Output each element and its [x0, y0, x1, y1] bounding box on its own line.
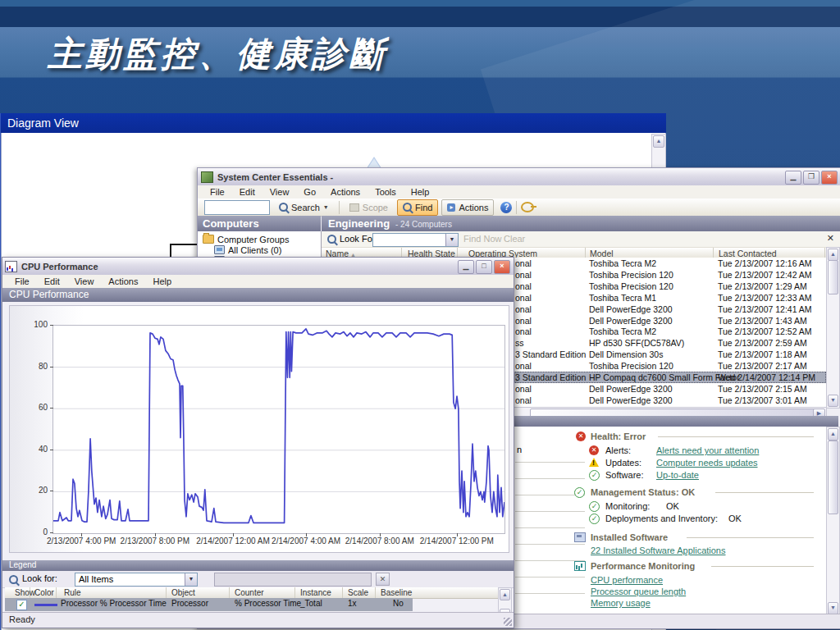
diagram-titlebar[interactable]: Diagram View: [1, 113, 666, 133]
scroll-up-icon[interactable]: ▲: [653, 135, 664, 148]
diagram-window-title: Diagram View: [7, 116, 79, 130]
y-axis-tick-label: 40: [15, 445, 48, 454]
warning-icon: [589, 458, 599, 467]
find-button[interactable]: Find: [397, 199, 438, 216]
restore-icon[interactable]: ❐: [803, 171, 819, 185]
x-axis-tick-label: 2/14/2007 12:00 PM: [404, 536, 510, 546]
sce-menubar: FileEditViewGoActionsToolsHelp: [198, 185, 840, 199]
scroll-down-icon[interactable]: ▼: [828, 395, 838, 407]
processor-queue-link[interactable]: Processor queue length: [591, 587, 686, 596]
menu-item-file[interactable]: File: [7, 275, 37, 288]
close-icon[interactable]: ×: [821, 171, 838, 185]
menu-item-view[interactable]: View: [67, 275, 102, 288]
menu-item-help[interactable]: Help: [404, 185, 437, 199]
slide-canvas: 主動監控、健康診斷 Diagram View ▲ System Center E…: [0, 0, 840, 630]
resize-grip[interactable]: [504, 618, 512, 626]
legend-look-for-label: Look for:: [22, 573, 57, 583]
menu-item-actions[interactable]: Actions: [101, 275, 145, 288]
toolbar-search-input[interactable]: [204, 200, 270, 215]
close-icon[interactable]: ×: [494, 260, 510, 274]
y-axis-tick: [50, 325, 53, 326]
minimize-icon[interactable]: ▁: [458, 260, 474, 274]
legend-column-baseline[interactable]: Baseline: [381, 588, 412, 597]
diagram-node-triangle[interactable]: [367, 157, 381, 168]
chevron-down-icon[interactable]: ▼: [445, 234, 458, 246]
legend-search-input[interactable]: [214, 573, 372, 587]
scroll-up-icon[interactable]: ▲: [828, 428, 838, 441]
menu-item-edit[interactable]: Edit: [232, 185, 262, 199]
legend-column-rule[interactable]: Rule: [64, 588, 81, 597]
legend-rule-row[interactable]: ✓ Processor % Processor Time Total Proce…: [5, 598, 413, 611]
scope-icon: [349, 203, 359, 212]
legend-column-show[interactable]: Show: [15, 588, 35, 597]
chart-icon: [5, 261, 17, 272]
legend-filter-combobox[interactable]: All Items ▼: [75, 573, 198, 587]
legend-table-header[interactable]: ShowColorRuleObjectCounterInstanceScaleB…: [5, 587, 499, 599]
look-for-bar: Look For: ▼ Find Now Clear ✕: [322, 231, 840, 248]
cpu-statusbar: Ready: [2, 612, 514, 628]
details-vscrollbar[interactable]: ▲ ▼: [826, 427, 840, 616]
sce-titlebar[interactable]: System Center Essentials - ▁ ❐ ×: [198, 168, 840, 186]
find-now-button[interactable]: Find Now: [463, 234, 501, 244]
tree-item-label: All Clients (0): [228, 245, 281, 255]
legend-column-instance[interactable]: Instance: [300, 588, 331, 597]
updates-link[interactable]: Computer needs updates: [656, 458, 758, 468]
legend-column-counter[interactable]: Counter: [235, 588, 264, 597]
maximize-icon[interactable]: □: [476, 260, 492, 274]
tree-item-1[interactable]: Computer Groups: [203, 234, 289, 244]
y-axis-tick-label: 80: [15, 362, 48, 371]
menu-item-view[interactable]: View: [262, 185, 297, 199]
search-button[interactable]: Search ▼: [273, 199, 335, 216]
ok-icon: ✓: [589, 501, 600, 512]
results-vscrollbar[interactable]: ▲ ▼: [826, 247, 840, 409]
computers-pane-header: Computers: [198, 216, 321, 231]
scope-button[interactable]: Scope: [344, 199, 394, 216]
scroll-down-icon[interactable]: ▼: [828, 602, 838, 614]
clear-button[interactable]: Clear: [504, 234, 525, 244]
legend-column-scale[interactable]: Scale: [348, 588, 368, 597]
scroll-thumb[interactable]: [828, 441, 838, 514]
group-title: Engineering: [328, 217, 390, 230]
legend-header: Legend: [2, 560, 514, 571]
alerts-link[interactable]: Alerts need your attention: [656, 445, 759, 455]
memory-usage-link[interactable]: Memory usage: [591, 598, 651, 608]
y-axis-tick: [50, 408, 53, 409]
menu-item-edit[interactable]: Edit: [37, 275, 67, 288]
menu-item-file[interactable]: File: [203, 185, 232, 199]
key-icon[interactable]: [521, 202, 534, 212]
close-search-icon[interactable]: ✕: [827, 233, 834, 244]
installed-software-title: Installed Software: [591, 532, 668, 542]
y-axis-tick-label: 100: [15, 320, 48, 329]
scroll-thumb[interactable]: [828, 260, 838, 294]
cpu-performance-link[interactable]: CPU performance: [591, 575, 663, 585]
legend-column-object[interactable]: Object: [171, 588, 195, 597]
clear-filter-icon[interactable]: ✕: [376, 573, 390, 586]
y-axis-tick: [50, 491, 53, 491]
actions-button[interactable]: ▸ Actions: [441, 199, 494, 216]
scroll-up-icon[interactable]: ▲: [828, 249, 838, 261]
results-pane-header: Engineering - 24 Computers: [322, 216, 840, 231]
group-subtitle: - 24 Computers: [395, 220, 452, 229]
x-axis-tick: [380, 533, 381, 536]
help-icon[interactable]: ?: [500, 202, 512, 213]
legend-filter-bar: Look for: All Items ▼ ✕: [2, 571, 514, 588]
sce-window-title: System Center Essentials -: [217, 172, 333, 182]
installed-software-icon: [574, 532, 586, 542]
x-axis-tick: [81, 533, 82, 536]
app-icon: [201, 171, 213, 183]
menu-item-help[interactable]: Help: [145, 275, 179, 288]
scroll-up-icon[interactable]: ▲: [500, 589, 510, 600]
software-link[interactable]: Up-to-date: [656, 470, 699, 480]
tree-item-2[interactable]: All Clients (0): [214, 244, 281, 255]
menu-item-actions[interactable]: Actions: [323, 185, 368, 199]
chevron-down-icon[interactable]: ▼: [185, 573, 197, 586]
legend-column-color[interactable]: Color: [34, 588, 54, 597]
menu-item-go[interactable]: Go: [296, 185, 323, 199]
menu-item-tools[interactable]: Tools: [368, 185, 404, 199]
minimize-icon[interactable]: ▁: [785, 171, 801, 185]
installed-apps-link[interactable]: 22 Installed Software Applications: [591, 546, 726, 555]
x-axis-tick: [306, 533, 307, 536]
cpu-titlebar[interactable]: CPU Performance ▁ □ ×: [2, 258, 514, 276]
show-checkbox[interactable]: ✓: [16, 600, 27, 610]
look-for-combobox[interactable]: ▼: [372, 233, 459, 247]
